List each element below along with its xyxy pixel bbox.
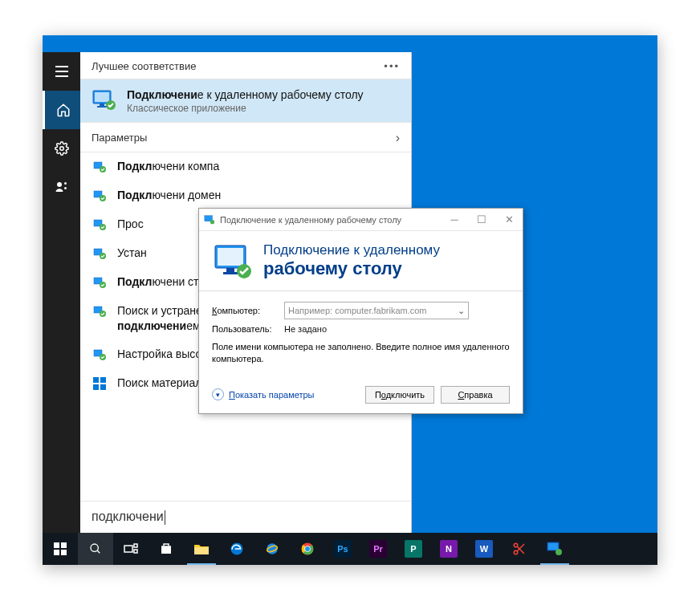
premiere-button[interactable]: Pr bbox=[360, 533, 396, 565]
svg-point-18 bbox=[100, 282, 106, 288]
svg-point-52 bbox=[514, 543, 518, 547]
help-button[interactable]: Справка bbox=[441, 386, 510, 404]
hamburger-button[interactable] bbox=[43, 52, 81, 91]
ie-button[interactable] bbox=[254, 533, 290, 565]
svg-point-10 bbox=[100, 166, 106, 173]
result-text: Устан bbox=[117, 246, 147, 261]
svg-rect-56 bbox=[547, 542, 559, 550]
show-options-link[interactable]: ▾ Показать параметры bbox=[212, 388, 315, 400]
svg-point-3 bbox=[64, 187, 67, 189]
photoshop-button[interactable]: Ps bbox=[325, 533, 360, 565]
rdp-taskbar-button[interactable] bbox=[537, 533, 572, 565]
edge-button[interactable] bbox=[219, 533, 254, 565]
maximize-button[interactable]: ☐ bbox=[468, 209, 495, 231]
start-button[interactable] bbox=[43, 533, 78, 565]
ie-icon bbox=[265, 542, 279, 556]
close-button[interactable]: ✕ bbox=[495, 209, 523, 231]
results-header-label: Лучшее соответствие bbox=[92, 60, 196, 72]
settings-item-icon bbox=[92, 347, 108, 363]
search-icon bbox=[89, 542, 102, 555]
show-options-label: Показать параметры bbox=[229, 390, 315, 400]
svg-rect-24 bbox=[100, 377, 106, 383]
rdp-title-text: Подключение к удаленному рабочему столу bbox=[220, 215, 441, 225]
svg-rect-41 bbox=[134, 544, 137, 547]
search-input-row[interactable]: подключени bbox=[80, 501, 411, 533]
rdp-heading-1: Подключение к удаленному bbox=[263, 242, 440, 258]
settings-button[interactable] bbox=[43, 129, 81, 168]
explorer-button[interactable] bbox=[184, 533, 219, 565]
user-value: Не задано bbox=[284, 324, 327, 334]
computer-label: Компьютер: bbox=[212, 306, 276, 315]
task-view-icon bbox=[124, 543, 138, 554]
settings-item-icon bbox=[92, 274, 108, 290]
settings-item-icon bbox=[92, 303, 108, 319]
result-item[interactable]: Подключени компа bbox=[80, 152, 411, 181]
svg-rect-32 bbox=[223, 272, 238, 274]
hamburger-icon bbox=[55, 66, 68, 77]
svg-point-38 bbox=[91, 544, 98, 551]
rdp-dialog: Подключение к удаленному рабочему столу … bbox=[198, 208, 523, 414]
result-text: Подключени компа bbox=[117, 159, 219, 174]
rdp-heading-2: рабочему столу bbox=[263, 258, 440, 279]
result-text: Прос bbox=[117, 217, 144, 232]
svg-point-20 bbox=[100, 311, 106, 317]
settings-item-icon bbox=[92, 159, 108, 175]
svg-rect-5 bbox=[95, 92, 109, 102]
word-button[interactable]: W bbox=[466, 533, 502, 565]
gear-icon bbox=[55, 141, 69, 156]
svg-rect-23 bbox=[93, 377, 99, 383]
computer-combo[interactable]: Например: computer.fabrikam.com ⌄ bbox=[284, 302, 469, 319]
svg-point-1 bbox=[57, 182, 62, 187]
rdp-app-icon bbox=[92, 87, 117, 113]
onenote-button[interactable]: N bbox=[431, 533, 466, 565]
rdp-taskbar-icon bbox=[547, 542, 563, 556]
home-button[interactable] bbox=[43, 91, 81, 129]
result-text: Подключени домен bbox=[117, 188, 221, 203]
svg-rect-42 bbox=[134, 550, 137, 553]
svg-rect-36 bbox=[54, 550, 59, 555]
connect-button[interactable] bbox=[43, 168, 81, 206]
chevron-down-circle-icon: ▾ bbox=[212, 388, 224, 400]
svg-point-16 bbox=[100, 253, 106, 259]
rdp-logo-icon bbox=[212, 242, 254, 281]
best-match-title: Подключение к удаленному рабочему столу bbox=[127, 87, 364, 103]
svg-rect-25 bbox=[93, 384, 99, 390]
store-button[interactable] bbox=[149, 533, 184, 565]
computer-placeholder: Например: computer.fabrikam.com bbox=[288, 306, 427, 315]
svg-rect-35 bbox=[61, 542, 67, 548]
result-item[interactable]: Подключени домен bbox=[80, 181, 411, 210]
folder-icon bbox=[193, 542, 210, 555]
more-icon[interactable]: ••• bbox=[384, 60, 400, 72]
edge-icon bbox=[230, 542, 244, 556]
connect-button[interactable]: Подключить bbox=[365, 386, 434, 404]
svg-point-51 bbox=[305, 546, 310, 551]
settings-item-icon bbox=[92, 217, 108, 233]
scissors-icon bbox=[512, 542, 527, 556]
section-label: Параметры bbox=[92, 132, 147, 144]
rdp-banner: Подключение к удаленному рабочему столу bbox=[199, 231, 523, 287]
store-icon bbox=[159, 542, 173, 556]
best-match-item[interactable]: Подключение к удаленному рабочему столу … bbox=[80, 79, 411, 123]
user-label: Пользователь: bbox=[212, 324, 276, 334]
person-share-icon bbox=[55, 180, 69, 194]
svg-point-0 bbox=[60, 147, 64, 151]
svg-point-14 bbox=[100, 224, 106, 230]
search-taskbar-button[interactable] bbox=[78, 533, 113, 565]
start-left-rail bbox=[43, 52, 81, 533]
task-view-button[interactable] bbox=[113, 533, 149, 565]
rdp-titlebar[interactable]: Подключение к удаленному рабочему столу … bbox=[199, 209, 523, 231]
section-parameters[interactable]: Параметры › bbox=[80, 123, 411, 152]
svg-rect-43 bbox=[194, 547, 209, 554]
chevron-right-icon: › bbox=[396, 131, 400, 145]
snip-button[interactable] bbox=[502, 533, 537, 565]
svg-rect-37 bbox=[61, 550, 67, 555]
chevron-down-icon: ⌄ bbox=[458, 306, 465, 316]
minimize-button[interactable]: ─ bbox=[441, 209, 468, 231]
text-caret bbox=[165, 510, 165, 525]
publisher-button[interactable]: P bbox=[396, 533, 431, 565]
svg-point-53 bbox=[514, 550, 518, 554]
results-header: Лучшее соответствие ••• bbox=[80, 52, 411, 79]
rdp-hint-text: Поле имени компьютера не заполнено. Введ… bbox=[212, 336, 510, 373]
svg-rect-26 bbox=[100, 384, 106, 390]
chrome-button[interactable] bbox=[290, 533, 325, 565]
